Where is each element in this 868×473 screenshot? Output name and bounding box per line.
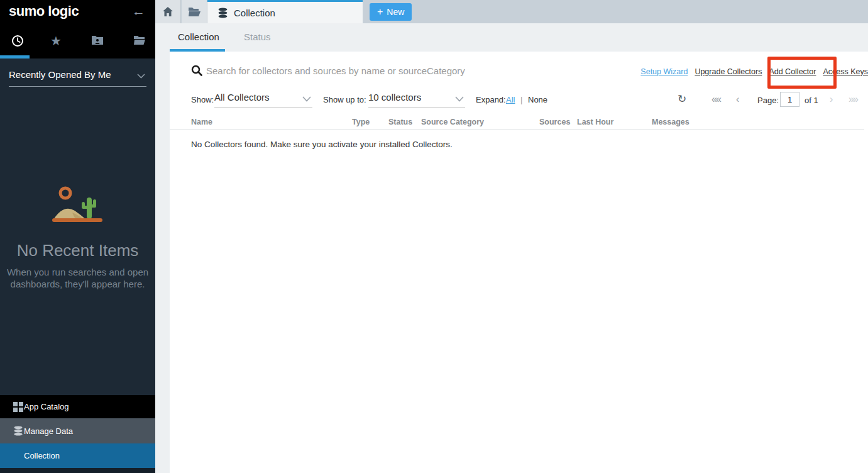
show-collectors-value: All Collectors <box>214 92 270 103</box>
setup-wizard-link[interactable]: Setup Wizard <box>640 67 688 76</box>
column-header-type: Type <box>352 118 370 126</box>
page-label: Page: <box>757 96 779 105</box>
expand-all-link[interactable]: All <box>506 95 515 104</box>
first-page-icon[interactable]: «« <box>711 94 720 105</box>
desert-empty-state-illustration <box>51 185 104 225</box>
home-icon <box>163 7 173 16</box>
expand-label: Expand: <box>476 95 506 104</box>
next-page-icon[interactable]: › <box>830 94 833 105</box>
show-up-to-label: Show up to: <box>323 95 366 104</box>
sidebar-item-collection-active[interactable]: Collection <box>0 443 155 468</box>
search-icon[interactable] <box>191 65 202 76</box>
new-button-label: New <box>387 7 404 17</box>
sidebar-item-label: App Catalog <box>24 402 69 411</box>
recents-scope-select[interactable]: Recently Opened By Me <box>9 69 146 87</box>
no-recent-items-title: No Recent Items <box>0 241 155 260</box>
database-icon <box>217 8 228 18</box>
show-up-to-value: 10 collectors <box>368 92 421 103</box>
column-header-source-category: Source Category <box>421 118 484 126</box>
expand-none-link[interactable]: None <box>528 95 547 104</box>
column-header-name: Name <box>191 118 212 126</box>
access-keys-link[interactable]: Access Keys <box>823 67 868 76</box>
new-tab-button[interactable]: + New <box>370 3 412 21</box>
recents-icon[interactable] <box>11 35 24 47</box>
library-folder-icon[interactable] <box>133 35 146 47</box>
home-tab-button[interactable] <box>155 0 181 23</box>
sidebar-next-row-edge <box>0 468 155 473</box>
page-of-label: of 1 <box>805 96 818 105</box>
column-header-status: Status <box>388 118 412 126</box>
sidebar-header: sumo logic ← ★ <box>0 0 155 58</box>
column-header-messages: Messages <box>652 118 689 126</box>
chevron-down-icon <box>455 96 464 102</box>
sidebar-item-app-catalog[interactable]: App Catalog <box>0 395 155 418</box>
library-tab-button[interactable] <box>182 0 207 23</box>
sidebar-item-label: Manage Data <box>24 426 73 436</box>
collectors-table-header: Name Type Status Source Category Sources… <box>170 117 864 130</box>
favorites-star-icon[interactable]: ★ <box>50 35 62 47</box>
tab-collection[interactable]: Collection <box>207 0 363 23</box>
separator: | <box>520 95 522 104</box>
personal-folder-icon[interactable] <box>91 35 104 47</box>
show-collectors-dropdown[interactable]: All Collectors <box>214 92 312 108</box>
collapse-sidebar-icon[interactable]: ← <box>132 4 145 19</box>
add-collector-link[interactable]: Add Collector <box>769 67 816 76</box>
subtab-collection[interactable]: Collection <box>178 31 219 42</box>
chevron-down-icon <box>302 96 311 102</box>
collection-panel: Setup Wizard Upgrade Collectors Add Coll… <box>170 52 868 473</box>
no-collectors-message: No Collectors found. Make sure you activ… <box>191 140 453 149</box>
folder-icon <box>189 7 201 16</box>
sidebar: sumo logic ← ★ Recently Opened By Me <box>0 0 155 473</box>
plus-icon: + <box>377 6 383 18</box>
subtab-status[interactable]: Status <box>244 31 271 42</box>
recents-scope-label: Recently Opened By Me <box>9 69 111 80</box>
active-sidebar-tab-indicator <box>0 55 30 58</box>
sidebar-item-manage-data[interactable]: Manage Data <box>0 418 155 443</box>
top-tab-bar: Collection + New <box>155 0 868 23</box>
filter-toolbar: Show: All Collectors Show up to: 10 coll… <box>170 92 868 108</box>
app-grid-icon <box>13 402 23 412</box>
database-icon <box>13 426 23 436</box>
column-header-sources: Sources <box>539 118 570 126</box>
chevron-down-icon <box>137 74 145 79</box>
sumo-logic-app: sumo logic ← ★ Recently Opened By Me <box>0 0 868 473</box>
page-number-input[interactable] <box>780 92 799 107</box>
upgrade-collectors-link[interactable]: Upgrade Collectors <box>695 67 762 76</box>
last-page-icon[interactable]: »» <box>849 94 857 105</box>
search-input[interactable] <box>206 63 596 78</box>
collector-action-links: Setup Wizard Upgrade Collectors Add Coll… <box>640 67 868 76</box>
sidebar-item-label: Collection <box>24 451 60 460</box>
show-up-to-dropdown[interactable]: 10 collectors <box>368 92 465 108</box>
previous-page-icon[interactable]: ‹ <box>736 94 739 105</box>
no-recent-items-caption: When you run searches and open dashboard… <box>0 266 155 290</box>
column-header-last-hour: Last Hour <box>577 118 613 126</box>
refresh-icon[interactable]: ↻ <box>678 92 686 106</box>
sumo-logic-logo: sumo logic <box>9 3 79 19</box>
tab-label: Collection <box>234 8 275 18</box>
main-area: Collection + New Collection Status Setup… <box>155 0 868 473</box>
show-label: Show: <box>191 95 214 104</box>
sub-tab-bar: Collection Status <box>155 23 868 52</box>
